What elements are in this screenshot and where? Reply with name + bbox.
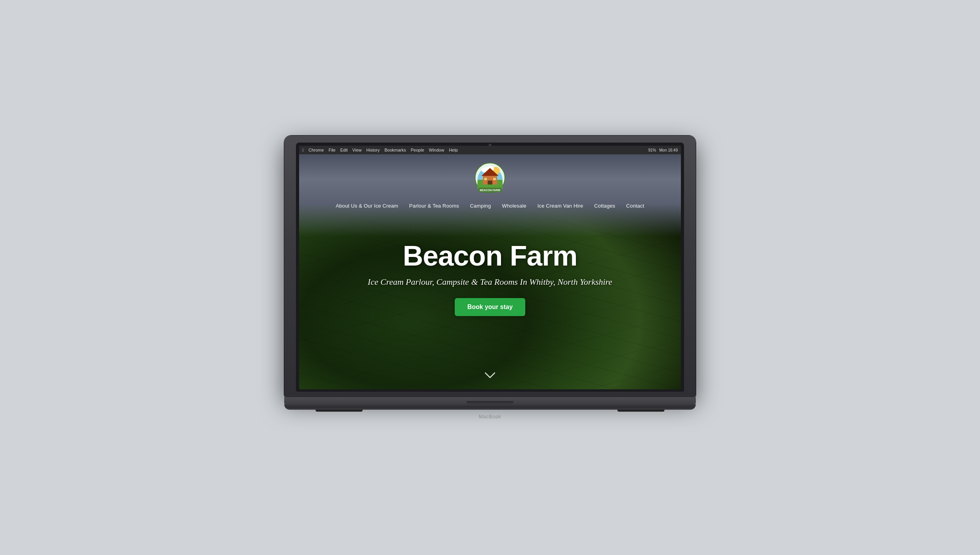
- nav-item-about[interactable]: About Us & Our Ice Cream: [336, 202, 398, 209]
- menubar-file[interactable]: File: [328, 148, 336, 152]
- menubar-app-name[interactable]: Chrome: [309, 148, 324, 152]
- logo-container[interactable]: BEACON FARM: [474, 162, 506, 195]
- scroll-indicator[interactable]: [484, 371, 496, 381]
- menubar-bookmarks[interactable]: Bookmarks: [385, 148, 406, 152]
- menubar-view[interactable]: View: [352, 148, 362, 152]
- svg-rect-7: [488, 181, 492, 184]
- menubar-window[interactable]: Window: [429, 148, 444, 152]
- chevron-down-icon: [484, 371, 496, 379]
- menubar-left:  Chrome File Edit View History Bookmark…: [302, 148, 458, 152]
- macbook-lid:  Chrome File Edit View History Bookmark…: [284, 136, 696, 397]
- macos-menubar:  Chrome File Edit View History Bookmark…: [299, 146, 681, 154]
- site-nav-area: BEACON FARM About Us & Our Ice Cream Par…: [299, 154, 681, 209]
- menubar-edit[interactable]: Edit: [340, 148, 348, 152]
- apple-icon: : [302, 148, 304, 152]
- foot-left: [316, 410, 363, 412]
- nav-item-van-hire[interactable]: Ice Cream Van Hire: [537, 202, 583, 209]
- menubar-time: Mon 16:49: [659, 148, 678, 152]
- foot-right: [617, 410, 664, 412]
- hero-subtitle: Ice Cream Parlour, Campsite & Tea Rooms …: [299, 277, 681, 287]
- nav-item-cottages[interactable]: Cottages: [594, 202, 615, 209]
- nav-link-about[interactable]: About Us & Our Ice Cream: [336, 203, 398, 209]
- menubar-history[interactable]: History: [367, 148, 380, 152]
- macbook-bottom: [284, 404, 696, 410]
- beacon-farm-logo: BEACON FARM: [474, 162, 506, 193]
- website-hero: BEACON FARM About Us & Our Ice Cream Par…: [299, 154, 681, 389]
- hero-content: Beacon Farm Ice Cream Parlour, Campsite …: [299, 209, 681, 316]
- book-stay-button[interactable]: Book your stay: [455, 298, 525, 316]
- camera: [489, 144, 492, 146]
- svg-text:BEACON FARM: BEACON FARM: [480, 189, 500, 192]
- nav-link-camping[interactable]: Camping: [470, 203, 491, 209]
- menubar-people[interactable]: People: [411, 148, 424, 152]
- menubar-battery: 91%: [648, 148, 656, 152]
- nav-link-van-hire[interactable]: Ice Cream Van Hire: [537, 203, 583, 209]
- nav-link-wholesale[interactable]: Wholesale: [502, 203, 526, 209]
- hero-title: Beacon Farm: [299, 240, 681, 271]
- nav-item-wholesale[interactable]: Wholesale: [502, 202, 526, 209]
- svg-rect-8: [484, 178, 487, 180]
- macbook-device:  Chrome File Edit View History Bookmark…: [284, 136, 696, 419]
- nav-item-camping[interactable]: Camping: [470, 202, 491, 209]
- screen-bezel:  Chrome File Edit View History Bookmark…: [296, 143, 684, 392]
- nav-link-parlour[interactable]: Parlour & Tea Rooms: [409, 203, 459, 209]
- macbook-label: MacBook: [284, 414, 696, 419]
- nav-link-contact[interactable]: Contact: [626, 203, 644, 209]
- macbook-base: [284, 397, 696, 404]
- svg-rect-9: [493, 178, 496, 180]
- macbook-feet: [284, 410, 696, 412]
- menubar-right: 91% Mon 16:49: [648, 148, 678, 152]
- nav-link-cottages[interactable]: Cottages: [594, 203, 615, 209]
- screen:  Chrome File Edit View History Bookmark…: [299, 146, 681, 389]
- main-nav: About Us & Our Ice Cream Parlour & Tea R…: [336, 202, 644, 209]
- menubar-help[interactable]: Help: [449, 148, 458, 152]
- nav-item-contact[interactable]: Contact: [626, 202, 644, 209]
- nav-item-parlour[interactable]: Parlour & Tea Rooms: [409, 202, 459, 209]
- nav-menu: About Us & Our Ice Cream Parlour & Tea R…: [336, 202, 644, 209]
- macbook-hinge: [466, 401, 514, 404]
